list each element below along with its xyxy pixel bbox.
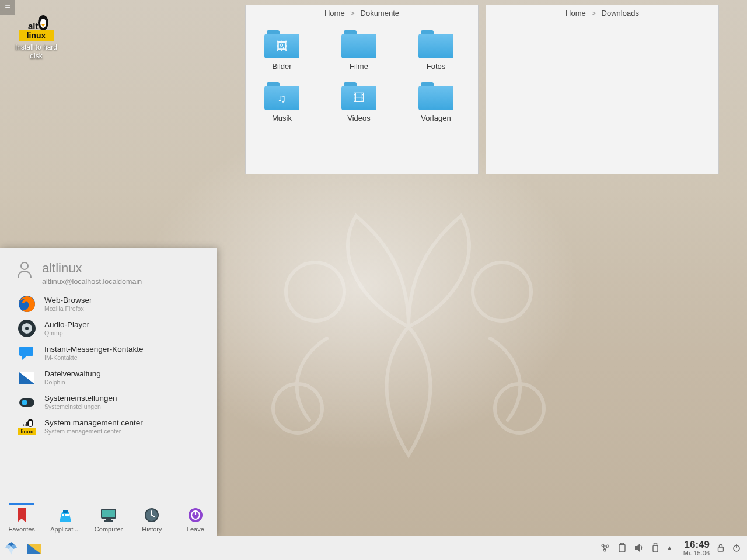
folder-icon: 🎞 bbox=[341, 82, 376, 110]
svg-text:linux: linux bbox=[27, 31, 46, 40]
kickoff-favorite[interactable]: Dateiverwaltung Dolphin bbox=[0, 365, 217, 390]
kickoff-tab-label: History bbox=[136, 526, 167, 533]
breadcrumb[interactable]: Home > Downloads bbox=[486, 5, 718, 22]
svg-point-14 bbox=[25, 327, 29, 330]
folder-item[interactable]: 🎞 Videos bbox=[330, 82, 388, 123]
kickoff-tab-label: Computer bbox=[93, 526, 124, 533]
favorite-subtitle: System management center bbox=[44, 428, 143, 435]
folderview-downloads[interactable]: Home > Downloads bbox=[486, 5, 719, 174]
tray-expand-icon[interactable]: ▲ bbox=[666, 544, 673, 551]
svg-point-0 bbox=[286, 262, 344, 321]
dolphin-icon bbox=[18, 368, 36, 387]
favorite-subtitle: Dolphin bbox=[44, 379, 101, 386]
settings-icon bbox=[18, 393, 36, 411]
chat-icon bbox=[18, 344, 36, 362]
volume-icon[interactable] bbox=[634, 542, 644, 553]
svg-rect-54 bbox=[654, 543, 657, 545]
kickoff-userhost: altlinux@localhost.localdomain bbox=[42, 278, 142, 286]
svg-marker-52 bbox=[635, 544, 640, 552]
svg-point-25 bbox=[29, 421, 32, 426]
svg-point-20 bbox=[22, 400, 27, 405]
svg-rect-30 bbox=[67, 514, 69, 516]
svg-rect-35 bbox=[104, 520, 113, 522]
folder-item[interactable]: Vorlagen bbox=[407, 82, 465, 123]
folder-icon: 🖼 bbox=[264, 30, 299, 58]
folder-icon bbox=[418, 30, 453, 58]
hamburger-icon: ≡ bbox=[5, 3, 10, 12]
folder-item[interactable]: 🖼 Bilder bbox=[253, 30, 311, 71]
svg-rect-50 bbox=[619, 544, 625, 552]
folder-label: Videos bbox=[330, 114, 388, 123]
usb-device-icon[interactable] bbox=[651, 542, 659, 553]
kickoff-favorite[interactable]: Audio-Player Qmmp bbox=[0, 316, 217, 341]
shutdown-icon[interactable] bbox=[732, 543, 741, 552]
svg-point-48 bbox=[606, 545, 609, 547]
desktop-icon-install[interactable]: linux alt Install to hard disk bbox=[13, 14, 60, 61]
kickoff-tab-bookmark[interactable]: Favorites bbox=[6, 503, 37, 533]
taskbar-dolphin[interactable] bbox=[25, 538, 44, 558]
favorite-title: Web-Browser bbox=[44, 296, 92, 305]
folder-icon bbox=[341, 30, 376, 58]
altcenter-icon: linuxalt bbox=[18, 417, 36, 436]
desktop-icon-label: Install to hard disk bbox=[13, 43, 60, 61]
favorite-title: Instant-Messenger-Kontakte bbox=[44, 345, 144, 354]
folder-icon bbox=[418, 82, 453, 110]
folder-label: Musik bbox=[253, 114, 311, 123]
lock-icon[interactable] bbox=[717, 543, 725, 552]
favorite-subtitle: IM-Kontakte bbox=[44, 354, 144, 361]
kickoff-favorite[interactable]: Systemeinstellungen Systemeinstellungen bbox=[0, 390, 217, 414]
kickoff-tab-leave[interactable]: Leave bbox=[180, 503, 211, 533]
kickoff-favorite[interactable]: Web-Browser Mozilla Firefox bbox=[0, 292, 217, 316]
folder-label: Bilder bbox=[253, 62, 311, 71]
svg-marker-26 bbox=[60, 512, 71, 522]
system-tray: ▲ 16:49 Mi. 15.06 bbox=[600, 540, 747, 556]
svg-rect-32 bbox=[102, 510, 115, 517]
apps-icon bbox=[49, 507, 81, 523]
desktop-toolbox[interactable]: ≡ bbox=[0, 0, 15, 15]
kickoff-tab-monitor[interactable]: Computer bbox=[93, 503, 124, 533]
leave-icon bbox=[180, 507, 211, 523]
folder-label: Fotos bbox=[407, 62, 465, 71]
network-icon[interactable] bbox=[600, 542, 610, 553]
svg-rect-28 bbox=[62, 514, 64, 516]
folder-icon: ♫ bbox=[264, 82, 299, 110]
folder-item[interactable]: ♫ Musik bbox=[253, 82, 311, 123]
kickoff-launcher-button[interactable] bbox=[0, 536, 22, 560]
altlinux-logo-icon: linux alt bbox=[19, 14, 54, 42]
kickoff-header: altlinux altlinux@localhost.localdomain bbox=[0, 248, 217, 292]
user-icon bbox=[16, 261, 33, 278]
favorite-subtitle: Qmmp bbox=[44, 330, 89, 337]
kickoff-tab-history[interactable]: History bbox=[136, 503, 167, 533]
folder-item[interactable]: Filme bbox=[330, 30, 388, 71]
folderview-dokumente[interactable]: Home > Dokumente 🖼 Bilder Filme Fotos ♫ … bbox=[245, 5, 479, 174]
qmmp-icon bbox=[18, 319, 36, 338]
history-icon bbox=[136, 507, 167, 523]
svg-marker-16 bbox=[22, 356, 27, 360]
svg-rect-55 bbox=[718, 547, 724, 551]
breadcrumb[interactable]: Home > Dokumente bbox=[246, 5, 478, 22]
kickoff-tab-apps[interactable]: Applicati... bbox=[49, 503, 81, 533]
svg-point-10 bbox=[21, 262, 28, 270]
kickoff-tab-label: Applicati... bbox=[49, 526, 81, 533]
kickoff-favorite[interactable]: Instant-Messenger-Kontakte IM-Kontakte bbox=[0, 341, 217, 365]
kickoff-username: altlinux bbox=[42, 261, 142, 276]
svg-rect-29 bbox=[65, 514, 67, 516]
firefox-icon bbox=[18, 295, 36, 313]
kickoff-favorite[interactable]: linuxalt System management center System… bbox=[0, 414, 217, 439]
svg-point-2 bbox=[273, 384, 322, 433]
favorite-title: Dateiverwaltung bbox=[44, 369, 101, 379]
svg-rect-34 bbox=[106, 519, 111, 520]
folder-item[interactable]: Fotos bbox=[407, 30, 465, 71]
folder-label: Filme bbox=[330, 62, 388, 71]
panel-clock[interactable]: 16:49 Mi. 15.06 bbox=[683, 540, 710, 556]
svg-rect-15 bbox=[19, 346, 33, 356]
svg-text:alt: alt bbox=[28, 21, 39, 31]
svg-text:linux: linux bbox=[20, 429, 33, 435]
folder-label: Vorlagen bbox=[407, 114, 465, 123]
favorite-title: System management center bbox=[44, 418, 143, 428]
favorite-title: Systemeinstellungen bbox=[44, 394, 117, 403]
clipboard-icon[interactable] bbox=[617, 542, 627, 553]
kickoff-tab-label: Leave bbox=[180, 526, 211, 533]
favorite-title: Audio-Player bbox=[44, 320, 89, 330]
svg-point-3 bbox=[495, 384, 544, 433]
